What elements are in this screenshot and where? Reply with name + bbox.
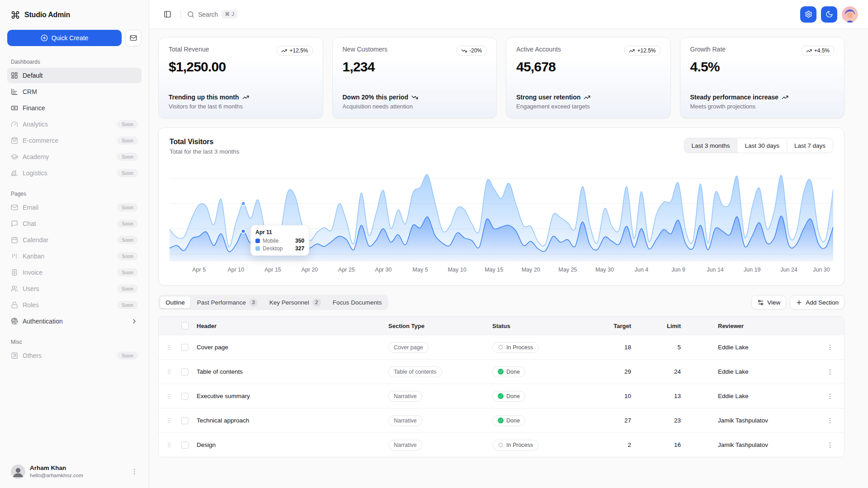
row-actions-button[interactable] (826, 441, 834, 449)
sidebar-item-academy[interactable]: AcademySoon (7, 149, 142, 164)
cell-limit[interactable]: 24 (646, 368, 696, 375)
drag-handle[interactable] (159, 442, 179, 448)
cell-reviewer[interactable]: Jamik Tashpulatov (696, 417, 816, 424)
cell-header[interactable]: Cover page (195, 344, 387, 351)
panel-left-icon (164, 10, 171, 18)
row-checkbox[interactable] (181, 344, 189, 351)
section-type-badge: Narrative (388, 415, 422, 426)
sidebar-item-crm[interactable]: CRM (7, 84, 142, 99)
section-type-badge: Narrative (388, 391, 422, 402)
row-actions-button[interactable] (826, 393, 834, 400)
sidebar-item-authentication[interactable]: Authentication (7, 314, 142, 329)
receipt-icon (11, 269, 18, 276)
cell-limit[interactable]: 16 (646, 441, 696, 448)
tooltip-mobile-label: Mobile (263, 238, 278, 244)
row-checkbox[interactable] (181, 368, 189, 375)
app-logo-header[interactable]: Studio Admin (7, 7, 142, 23)
app-root: Studio Admin Quick Create DashboardsDefa… (0, 0, 868, 488)
row-actions-button[interactable] (826, 344, 834, 351)
profile-avatar-button[interactable] (842, 6, 858, 23)
svg-text:May 25: May 25 (558, 267, 577, 273)
sidebar-item-users[interactable]: UsersSoon (7, 281, 142, 296)
cell-reviewer[interactable]: Eddie Lake (696, 393, 816, 399)
trending-down-icon (461, 48, 467, 54)
sidebar-item-finance[interactable]: Finance (7, 100, 142, 116)
sidebar-item-default[interactable]: Default (7, 68, 142, 83)
trending-up-icon (584, 94, 590, 101)
stat-value: 1,234 (343, 59, 487, 75)
select-all-checkbox[interactable] (181, 322, 189, 329)
search-trigger[interactable]: Search ⌘ J (187, 10, 237, 19)
range-last-3-months[interactable]: Last 3 months (684, 138, 737, 153)
table-row-table-of-contents: Table of contentsTable of contentsDone29… (159, 359, 844, 384)
sidebar-item-email[interactable]: EmailSoon (7, 200, 142, 215)
range-last-7-days[interactable]: Last 7 days (787, 138, 833, 153)
stat-title: Total Revenue (169, 46, 209, 53)
cell-target[interactable]: 2 (592, 441, 646, 448)
row-actions-button[interactable] (826, 368, 834, 375)
cell-header[interactable]: Design (195, 441, 387, 448)
drag-handle[interactable] (159, 344, 179, 351)
tab-focus-documents[interactable]: Focus Documents (327, 296, 387, 309)
svg-text:May 15: May 15 (485, 267, 503, 273)
trending-up-icon (242, 94, 249, 101)
svg-text:Apr 25: Apr 25 (338, 267, 355, 273)
user-menu-ellipsis-icon[interactable] (131, 468, 138, 475)
table-body: Cover pageCover pageIn Process185Eddie L… (159, 335, 844, 457)
stat-value: 45,678 (516, 59, 660, 75)
stat-description: Visitors for the last 6 months (169, 103, 313, 110)
user-menu[interactable]: Arham Khan hello@arhamkhnz.com (7, 461, 142, 483)
sidebar-item-roles[interactable]: RolesSoon (7, 297, 142, 313)
topbar-divider (180, 10, 181, 19)
table-row-cover-page: Cover pageCover pageIn Process185Eddie L… (159, 335, 844, 359)
theme-toggle-button[interactable] (821, 6, 837, 23)
cell-header[interactable]: Technical approach (195, 417, 387, 424)
visitors-area-chart[interactable]: Apr 5Apr 10Apr 15Apr 20Apr 25Apr 30May 5… (170, 172, 833, 275)
sidebar-item-analytics[interactable]: AnalyticsSoon (7, 117, 142, 132)
cell-target[interactable]: 29 (592, 368, 646, 375)
view-button[interactable]: View (751, 295, 786, 310)
svg-text:Apr 30: Apr 30 (375, 267, 392, 273)
tab-key-personnel[interactable]: Key Personnel2 (264, 296, 326, 309)
sidebar-item-logistics[interactable]: LogisticsSoon (7, 165, 142, 181)
cell-limit[interactable]: 13 (646, 393, 696, 399)
mail-button[interactable] (125, 30, 142, 46)
sidebar-toggle-button[interactable] (161, 8, 174, 21)
tab-outline[interactable]: Outline (160, 296, 191, 309)
cell-limit[interactable]: 23 (646, 417, 696, 424)
cell-reviewer[interactable]: Eddie Lake (696, 368, 816, 375)
row-checkbox[interactable] (181, 417, 189, 424)
cell-reviewer[interactable]: Jamik Tashpulatov (696, 441, 816, 448)
cell-target[interactable]: 27 (592, 417, 646, 424)
cell-header[interactable]: Table of contents (195, 368, 387, 375)
drag-handle[interactable] (159, 418, 179, 424)
sidebar-item-invoice[interactable]: InvoiceSoon (7, 265, 142, 280)
settings-button[interactable] (800, 6, 816, 23)
tab-past-performance[interactable]: Past Performance3 (192, 296, 263, 309)
row-actions-button[interactable] (826, 417, 834, 424)
sections-toolbar: OutlinePast Performance3Key Personnel2Fo… (158, 295, 844, 310)
add-section-button[interactable]: Add Section (790, 295, 844, 310)
sidebar-item-others[interactable]: OthersSoon (7, 348, 142, 363)
stat-trend-line: Strong user retention (516, 94, 660, 101)
sidebar-item-kanban[interactable]: KanbanSoon (7, 249, 142, 264)
sidebar-item-calendar[interactable]: CalendarSoon (7, 232, 142, 248)
cell-header[interactable]: Executive summary (195, 393, 387, 399)
drag-handle[interactable] (159, 393, 179, 399)
quick-create-button[interactable]: Quick Create (7, 30, 122, 46)
sidebar-item-chat[interactable]: ChatSoon (7, 216, 142, 231)
drag-handle[interactable] (159, 369, 179, 375)
search-label: Search (198, 11, 218, 18)
trending-up-icon (782, 94, 788, 101)
square-arrow-up-right-icon (11, 352, 18, 359)
row-checkbox[interactable] (181, 393, 189, 400)
mobile-swatch (255, 239, 260, 243)
cell-reviewer[interactable]: Eddie Lake (696, 344, 816, 351)
cell-target[interactable]: 18 (592, 344, 646, 351)
range-last-30-days[interactable]: Last 30 days (737, 138, 787, 153)
sidebar-item-e-commerce[interactable]: E-commerceSoon (7, 133, 142, 148)
cell-target[interactable]: 10 (592, 393, 646, 399)
cell-limit[interactable]: 5 (646, 344, 696, 351)
row-checkbox[interactable] (181, 441, 189, 449)
soon-badge: Soon (117, 169, 138, 177)
